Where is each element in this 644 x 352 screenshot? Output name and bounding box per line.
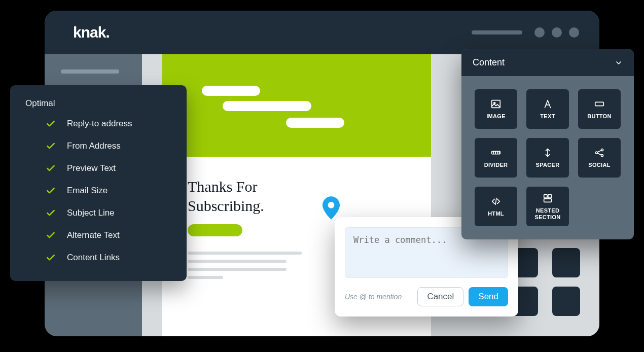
- optimal-item-label: Email Size: [67, 186, 108, 196]
- svg-point-11: [601, 149, 603, 151]
- block-label: NESTED SECTION: [535, 207, 561, 220]
- optimal-item-label: From Address: [67, 141, 121, 151]
- html-icon: [490, 196, 502, 207]
- block-spacer[interactable]: SPACER: [526, 138, 569, 178]
- email-cta-button[interactable]: [188, 224, 242, 236]
- svg-point-10: [595, 152, 597, 154]
- text-line-icon: [188, 252, 302, 255]
- optimal-item-subject-line[interactable]: Subject Line: [46, 208, 171, 218]
- block-button[interactable]: BUTTON: [578, 89, 621, 129]
- brand-logo: knak.: [73, 24, 110, 41]
- optimal-item-label: Reply-to address: [67, 119, 132, 129]
- svg-line-13: [597, 151, 601, 153]
- check-icon: [46, 208, 56, 218]
- svg-rect-16: [544, 195, 547, 198]
- block-label: SPACER: [536, 162, 560, 168]
- block-social[interactable]: SOCIAL: [578, 138, 621, 178]
- text-line-icon: [188, 260, 287, 263]
- block-label: TEXT: [540, 113, 555, 120]
- comment-actions: Cancel Send: [417, 287, 508, 306]
- divider-icon: [490, 147, 502, 158]
- block-grid: IMAGE TEXT BUTTON DIVIDER SPACER: [461, 76, 634, 239]
- window-dot-icon: [569, 27, 579, 38]
- sidebar-placeholder-icon: [61, 69, 119, 74]
- hero-placeholder-icon: [223, 101, 311, 111]
- optimal-item-label: Alternate Text: [67, 230, 120, 240]
- text-icon: [542, 98, 553, 110]
- email-heading-line: Subscribing.: [188, 197, 264, 214]
- svg-rect-1: [492, 100, 500, 108]
- svg-rect-3: [595, 102, 604, 106]
- block-label: DIVIDER: [484, 162, 508, 168]
- check-icon: [46, 253, 56, 263]
- svg-line-14: [597, 153, 601, 155]
- send-button[interactable]: Send: [469, 287, 508, 306]
- button-icon: [594, 98, 605, 110]
- optimal-item-reply-to[interactable]: Reply-to address: [46, 119, 171, 129]
- svg-point-0: [328, 202, 335, 208]
- window-controls: [472, 27, 579, 38]
- block-label: BUTTON: [587, 113, 611, 120]
- optimal-item-alternate-text[interactable]: Alternate Text: [46, 230, 171, 240]
- social-icon: [594, 147, 605, 158]
- svg-rect-18: [544, 199, 552, 202]
- optimal-item-label: Preview Text: [67, 163, 116, 173]
- window-dot-icon: [552, 27, 562, 38]
- text-line-icon: [188, 276, 223, 279]
- svg-point-12: [601, 155, 603, 157]
- optimal-title: Optimal: [25, 98, 171, 109]
- optimal-item-email-size[interactable]: Email Size: [46, 186, 171, 196]
- check-icon: [46, 141, 56, 151]
- check-icon: [46, 230, 56, 240]
- image-icon: [490, 98, 502, 110]
- check-icon: [46, 163, 56, 173]
- block-label: IMAGE: [486, 113, 506, 120]
- comment-pin-icon[interactable]: [323, 196, 340, 220]
- app-header: knak.: [45, 11, 599, 54]
- cancel-button[interactable]: Cancel: [417, 287, 463, 306]
- block-text[interactable]: TEXT: [526, 89, 569, 129]
- block-html[interactable]: HTML: [475, 187, 517, 226]
- check-icon: [46, 186, 56, 196]
- text-line-icon: [188, 268, 287, 271]
- svg-line-15: [495, 198, 496, 205]
- optimal-item-label: Content Links: [67, 253, 120, 263]
- spacer-icon: [542, 147, 553, 158]
- window-bar-icon: [472, 30, 522, 34]
- content-panel-title: Content: [473, 57, 505, 68]
- optimal-item-content-links[interactable]: Content Links: [46, 253, 171, 263]
- nested-section-icon: [542, 193, 553, 204]
- optimal-item-from-address[interactable]: From Address: [46, 141, 171, 151]
- block-image[interactable]: IMAGE: [475, 89, 517, 129]
- chevron-down-icon: [615, 59, 623, 67]
- block-label: HTML: [488, 210, 504, 217]
- optimal-panel: Optimal Reply-to address From Address Pr…: [10, 85, 187, 281]
- content-panel-header[interactable]: Content: [461, 49, 634, 76]
- window-dot-icon: [534, 27, 545, 38]
- content-panel: Content IMAGE TEXT BUTTON: [461, 49, 634, 239]
- email-heading-line: Thanks For: [188, 178, 258, 195]
- optimal-list: Reply-to address From Address Preview Te…: [25, 119, 171, 263]
- email-heading: Thanks For Subscribing.: [188, 177, 406, 215]
- hero-placeholder-icon: [286, 118, 344, 128]
- svg-rect-17: [548, 195, 551, 198]
- optimal-item-preview-text[interactable]: Preview Text: [46, 163, 171, 173]
- email-hero: [162, 54, 431, 157]
- block-divider[interactable]: DIVIDER: [475, 138, 517, 178]
- block-nested-section[interactable]: NESTED SECTION: [526, 187, 569, 226]
- block-label: SOCIAL: [588, 162, 610, 168]
- check-icon: [46, 119, 56, 129]
- hero-placeholder-icon: [202, 86, 260, 96]
- comment-footer: Use @ to mention Cancel Send: [345, 287, 508, 306]
- optimal-item-label: Subject Line: [67, 208, 115, 218]
- mention-hint: Use @ to mention: [345, 293, 402, 301]
